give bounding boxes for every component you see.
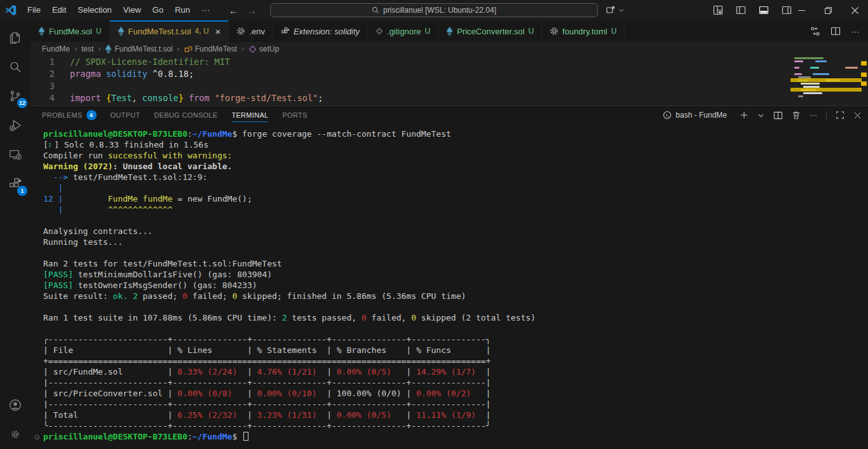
terminal-line: |------------------------+--------------…	[43, 399, 868, 410]
terminal-line: 12 | FundMe fundMe = new FundMe();	[43, 193, 868, 204]
warning-marker	[861, 81, 867, 86]
terminal-line: Compiler run successful with warnings:	[43, 150, 868, 161]
breadcrumb-item-fundme[interactable]: FundMe	[42, 45, 70, 53]
tab-label: Extension: solidity	[294, 27, 360, 36]
tab-label: .gitignore	[387, 27, 421, 36]
activity-remote-explorer-icon[interactable]	[0, 140, 31, 169]
menu-item-file[interactable]: File	[22, 0, 46, 20]
terminal-line: priscillanuel@DESKTOP-B73LEB0:~/FundMe$ …	[43, 128, 868, 139]
vscode-logo-icon	[0, 4, 22, 16]
source-control-badge: 12	[17, 98, 27, 108]
extensions-badge: 1	[17, 186, 27, 196]
code-text: pragma solidity ^0.8.18;	[70, 68, 194, 80]
more-actions-icon[interactable]: ···	[851, 27, 859, 36]
tab-foundry.toml[interactable]: foundry.tomlU	[542, 20, 625, 42]
panel-tab-problems[interactable]: PROBLEMS4	[42, 106, 97, 124]
maximize-panel-icon[interactable]	[836, 111, 844, 120]
titlebar: FileEditSelectionViewGoRun··· ← → prisci…	[0, 0, 868, 20]
command-decoration-icon[interactable]: ○	[35, 431, 39, 442]
gear-icon	[236, 27, 245, 36]
breadcrumb-label: setUp	[259, 45, 279, 53]
toggle-sidebar-icon[interactable]	[736, 5, 746, 15]
forward-arrow-icon[interactable]: →	[247, 5, 257, 16]
panel-more-actions-icon[interactable]: ···	[810, 111, 817, 120]
activity-accounts-icon[interactable]	[0, 390, 31, 420]
breadcrumb-item-fundmetest[interactable]: FundMeTest	[184, 45, 237, 53]
activity-source-control-icon[interactable]: 12	[0, 81, 31, 111]
tab-label: .env	[249, 27, 265, 36]
tab-.gitignore[interactable]: .gitignoreU	[368, 20, 438, 42]
command-center-search[interactable]: priscillanuel [WSL: Ubuntu-22.04]	[270, 3, 598, 17]
breadcrumb-item-test[interactable]: test	[81, 45, 93, 53]
close-button[interactable]	[841, 0, 868, 20]
menu-item-edit[interactable]: Edit	[46, 0, 72, 20]
tab-.env[interactable]: .env	[229, 20, 273, 42]
menu-item-run[interactable]: Run	[169, 0, 196, 20]
split-terminal-icon[interactable]	[773, 111, 783, 120]
terminal-output[interactable]: priscillanuel@DESKTOP-B73LEB0:~/FundMe$ …	[31, 124, 868, 449]
terminal-line	[43, 215, 868, 226]
panel-tab-output[interactable]: OUTPUT	[111, 106, 140, 124]
menu-item-selection[interactable]: Selection	[72, 0, 117, 20]
diamond-icon	[376, 27, 383, 35]
customize-layout-icon[interactable]	[713, 5, 723, 15]
minimap-line	[794, 64, 858, 66]
open-changes-icon[interactable]	[810, 26, 820, 36]
back-arrow-icon[interactable]: ←	[229, 5, 238, 16]
new-terminal-icon[interactable]	[740, 111, 749, 120]
split-editor-icon[interactable]	[831, 26, 841, 36]
kill-terminal-icon[interactable]	[792, 111, 801, 120]
tab-label: FundMeTest.t.sol	[128, 27, 191, 36]
tab-priceconverter.sol[interactable]: PriceConverter.solU	[438, 20, 542, 42]
minimize-button[interactable]	[788, 0, 815, 20]
tab-git-status: 4, U	[195, 27, 209, 36]
terminal-line: [⠆] Solc 0.8.33 finished in 1.56s	[43, 139, 868, 150]
divider	[826, 111, 827, 120]
activity-extensions-icon[interactable]: 1	[0, 169, 31, 198]
tab-fundmetest.t.sol[interactable]: FundMeTest.t.sol4, U×	[110, 20, 229, 42]
toggle-panel-icon[interactable]	[759, 5, 769, 15]
editor-line: 3	[31, 80, 868, 92]
activity-settings-icon[interactable]	[0, 420, 31, 449]
activity-run-and-debug-icon[interactable]	[0, 111, 31, 140]
panel-tab-terminal[interactable]: TERMINAL	[231, 106, 268, 124]
menu-item-view[interactable]: View	[118, 0, 147, 20]
code-editor[interactable]: 1// SPDX-License-Identifier: MIT2pragma …	[31, 56, 868, 106]
class-icon	[184, 45, 193, 53]
terminal-line: Ran 2 tests for test/FundMeTest.t.sol:Fu…	[43, 258, 868, 269]
vscode-window: FileEditSelectionViewGoRun··· ← → prisci…	[0, 0, 868, 449]
menu-item-go[interactable]: Go	[147, 0, 169, 20]
ethereum-icon	[105, 45, 112, 54]
terminal-line: | File | % Lines | % Statements | % Bran…	[43, 345, 868, 356]
close-tab-icon[interactable]: ×	[215, 27, 221, 36]
terminal-line: |------------------------+--------------…	[43, 377, 868, 388]
terminal-tab[interactable]: bash - FundMe	[663, 111, 727, 120]
panel-tab-ports[interactable]: PORTS	[282, 106, 307, 124]
panel-header: PROBLEMS4OUTPUTDEBUG CONSOLETERMINALPORT…	[31, 106, 868, 124]
restore-button[interactable]	[815, 0, 841, 20]
tab-label: FundMe.sol	[49, 27, 92, 36]
terminal-line: Suite result: ok. 2 passed; 0 failed; 0 …	[43, 291, 868, 301]
bottom-panel: PROBLEMS4OUTPUTDEBUG CONSOLETERMINALPORT…	[31, 106, 868, 449]
breadcrumb-item-setup[interactable]: setUp	[248, 45, 279, 53]
panel-tab-debug-console[interactable]: DEBUG CONSOLE	[154, 106, 218, 124]
tab-label: foundry.toml	[562, 27, 607, 36]
tab-fundme.sol[interactable]: FundMe.solU	[31, 20, 110, 42]
terminal-dropdown-icon[interactable]	[757, 112, 764, 119]
menu-item-[interactable]: ···	[196, 0, 215, 20]
terminal-line	[43, 247, 868, 258]
breadcrumb-item-fundmetest.t.sol[interactable]: FundMeTest.t.sol	[105, 45, 172, 54]
breadcrumb-label: test	[81, 45, 93, 53]
activity-search-icon[interactable]	[0, 52, 31, 81]
minimap[interactable]	[794, 57, 858, 104]
new-remote-window-control[interactable]	[606, 3, 625, 18]
close-panel-icon[interactable]	[853, 111, 862, 120]
terminal-line: [PASS] testMinimumDollarIsFive() (gas: 8…	[43, 269, 868, 280]
minimap-line	[794, 73, 858, 75]
activity-explorer-icon[interactable]	[0, 23, 31, 52]
gear-icon	[550, 27, 559, 36]
tab-extension--solidity[interactable]: Extension: solidity	[273, 20, 368, 42]
problems-badge: 4	[86, 110, 97, 120]
terminal-line: | Total | 6.25% (2/32) | 3.23% (1/31) | …	[43, 410, 868, 420]
code-text: // SPDX-License-Identifier: MIT	[70, 56, 230, 68]
